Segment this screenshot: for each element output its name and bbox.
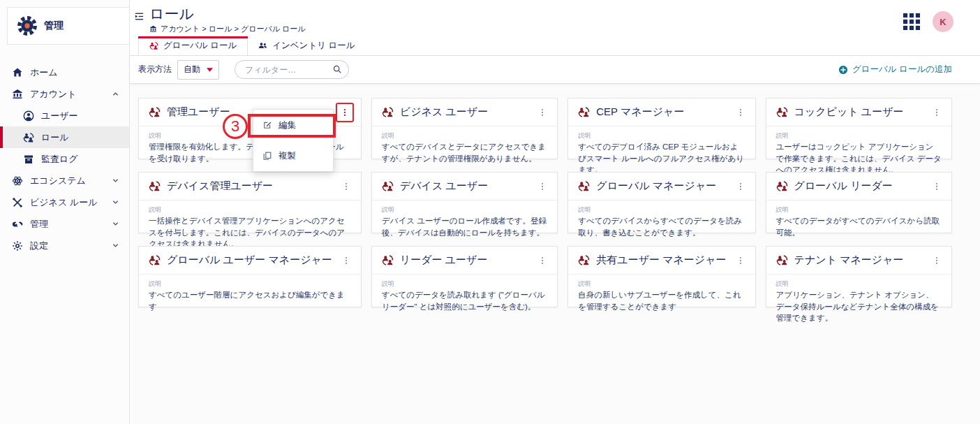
toolbar: 表示方法 自動 グローバル ロールの追加 xyxy=(130,56,980,84)
role-card-body: 説明 デバイス ユーザーのロール作成者です。登録後、デバイスは自動的にロールを持… xyxy=(372,200,557,238)
role-card-menu-button[interactable] xyxy=(535,178,550,195)
app-logo[interactable]: 管理 xyxy=(7,7,129,45)
administration-icon xyxy=(12,219,23,230)
add-global-role-label: グローバル ロールの追加 xyxy=(852,64,952,75)
user-icon xyxy=(23,110,34,122)
sidebar-item-administration[interactable]: 管理 xyxy=(0,213,129,235)
sidebar-item-label: ロール xyxy=(41,131,119,144)
sidebar-item-label: 監査ログ xyxy=(41,153,119,166)
kebab-icon xyxy=(932,256,942,265)
sidebar-item-home[interactable]: ホーム xyxy=(0,61,129,83)
settings-icon xyxy=(12,240,23,251)
role-card-title: グローバル ユーザー マネージャー xyxy=(167,254,332,267)
role-card-description: 自身の新しいサブユーザーを作成して、これを管理することができます xyxy=(578,289,745,312)
sidebar-item-business-rules[interactable]: ビジネス ルール xyxy=(0,191,129,213)
role-card: CEP マネージャー 説明 すべてのデプロイ済み CEP モジュールおよびスマー… xyxy=(567,98,755,159)
role-card-title: テナント マネージャー xyxy=(794,254,923,267)
roles-icon xyxy=(149,41,158,50)
kebab-icon xyxy=(537,182,547,191)
sidebar-item-settings[interactable]: 設定 xyxy=(0,235,129,256)
role-card-header: CEP マネージャー xyxy=(568,98,755,126)
sidebar-item-account[interactable]: アカウント xyxy=(0,83,129,105)
chevron-up-icon xyxy=(112,90,119,98)
role-card-description-label: 説明 xyxy=(578,279,745,288)
role-card-description: アプリケーション、テナント オプション、データ保持ルールなどテナント全体の構成を… xyxy=(776,289,942,324)
role-card-menu-button[interactable] xyxy=(929,178,944,195)
role-card-title: グローバル マネージャー xyxy=(596,180,726,193)
role-card-menu-button[interactable] xyxy=(929,104,944,121)
role-card-menu-button[interactable] xyxy=(339,252,354,269)
roles-icon xyxy=(149,180,161,192)
tab-bar: グローバル ロールインベントリ ロール xyxy=(130,36,980,56)
menu-item-copy[interactable]: 複製 xyxy=(253,140,333,171)
roles-icon xyxy=(23,132,34,143)
user-avatar[interactable]: K xyxy=(933,11,953,32)
role-card-description-label: 説明 xyxy=(578,205,745,214)
roles-icon xyxy=(382,254,394,266)
role-card-menu-button[interactable] xyxy=(339,178,354,195)
kebab-icon xyxy=(341,256,351,265)
role-card-body: 説明 一括操作とデバイス管理アプリケーションへのアクセスを付与します。これには、… xyxy=(139,200,361,250)
sidebar-item-audit-log[interactable]: 監査ログ xyxy=(0,148,129,170)
role-card-menu-button[interactable] xyxy=(733,104,748,121)
kebab-icon xyxy=(736,256,745,265)
role-card: テナント マネージャー 説明 アプリケーション、テナント オプション、データ保持… xyxy=(766,246,952,307)
role-card: コックピット ユーザー 説明 ユーザーはコックピット アプリケーションで作業でき… xyxy=(766,98,952,159)
role-card-title: ビジネス ユーザー xyxy=(400,105,528,119)
roles-icon xyxy=(149,106,161,118)
chevron-down-icon xyxy=(112,177,119,184)
breadcrumb-text: アカウント > ロール > グローバル ロール xyxy=(161,24,305,34)
role-card-description-label: 説明 xyxy=(149,279,351,288)
role-card-menu-button[interactable] xyxy=(535,104,550,121)
app-switcher-icon[interactable] xyxy=(903,13,920,30)
role-card-body: 説明 すべてのデータを読み取れます ("グローバル リーダー" とは対照的にユー… xyxy=(372,275,557,312)
sidebar-item-label: アカウント xyxy=(30,88,105,101)
role-card-header: デバイス管理ユーザー xyxy=(139,173,361,200)
role-card-description-label: 説明 xyxy=(382,131,547,140)
add-global-role-button[interactable]: グローバル ロールの追加 xyxy=(838,64,952,75)
role-card-menu-button[interactable] xyxy=(336,103,354,122)
role-card-description-label: 説明 xyxy=(578,131,745,140)
kebab-icon xyxy=(932,108,942,117)
role-card-description-label: 説明 xyxy=(776,131,942,140)
role-card-body: 説明 アプリケーション、テナント オプション、データ保持ルールなどテナント全体の… xyxy=(766,275,951,324)
role-card-description-label: 説明 xyxy=(149,205,351,214)
tab-inventory-roles[interactable]: インベントリ ロール xyxy=(248,36,365,55)
page-header: ロール アカウント > ロール > グローバル ロール K xyxy=(130,0,980,36)
roles-icon xyxy=(578,254,590,266)
role-card-menu-button[interactable] xyxy=(733,252,748,269)
role-card: グローバル リーダー 説明 すべてのデータがすべてのデバイスから読取可能。 xyxy=(766,172,952,233)
roles-icon xyxy=(578,106,590,118)
display-mode-label: 表示方法 xyxy=(138,64,172,75)
search-icon xyxy=(332,64,342,74)
role-card-header: グローバル リーダー xyxy=(766,173,951,200)
role-card-header: テナント マネージャー xyxy=(766,247,951,275)
role-card-description-label: 説明 xyxy=(382,279,547,288)
role-card-description: 一括操作とデバイス管理アプリケーションへのアクセスを付与します。これには、デバイ… xyxy=(149,215,351,250)
kebab-icon xyxy=(537,108,547,117)
sidebar-item-label: ビジネス ルール xyxy=(30,196,105,209)
role-card-description-label: 説明 xyxy=(382,205,547,214)
collapse-nav-icon[interactable] xyxy=(134,11,144,22)
role-card-description-label: 説明 xyxy=(776,279,942,288)
role-card-title: デバイス管理ユーザー xyxy=(167,180,332,193)
role-card-body: 説明 すべてのデプロイ済み CEP モジュールおよびスマート ルールへのフルアク… xyxy=(568,126,755,176)
tab-global-roles[interactable]: グローバル ロール xyxy=(138,36,248,55)
sidebar-item-ecosystem[interactable]: エコシステム xyxy=(0,170,129,191)
role-card-description-label: 説明 xyxy=(776,205,942,214)
display-mode-select[interactable]: 自動 xyxy=(177,60,219,80)
breadcrumb: アカウント > ロール > グローバル ロール xyxy=(149,24,305,34)
role-card: デバイス管理ユーザー 説明 一括操作とデバイス管理アプリケーションへのアクセスを… xyxy=(138,172,362,233)
role-card-menu-button[interactable] xyxy=(929,252,944,269)
roles-icon xyxy=(382,180,394,192)
role-card-menu-button[interactable] xyxy=(733,178,748,195)
plus-circle-icon xyxy=(838,65,848,75)
role-card-description: すべてのデータを読み取れます ("グローバル リーダー" とは対照的にユーザーを… xyxy=(382,289,547,312)
sidebar-item-label: 設定 xyxy=(30,240,105,252)
sidebar-item-label: ユーザー xyxy=(41,110,119,122)
role-card-menu-button[interactable] xyxy=(535,252,550,269)
sidebar-item-user[interactable]: ユーザー xyxy=(0,105,129,126)
role-card: グローバル マネージャー 説明 すべてのデバイスからすべてのデータを読み取り、書… xyxy=(567,172,755,233)
sidebar-item-roles[interactable]: ロール xyxy=(0,126,129,148)
role-card-title: CEP マネージャー xyxy=(596,105,726,119)
